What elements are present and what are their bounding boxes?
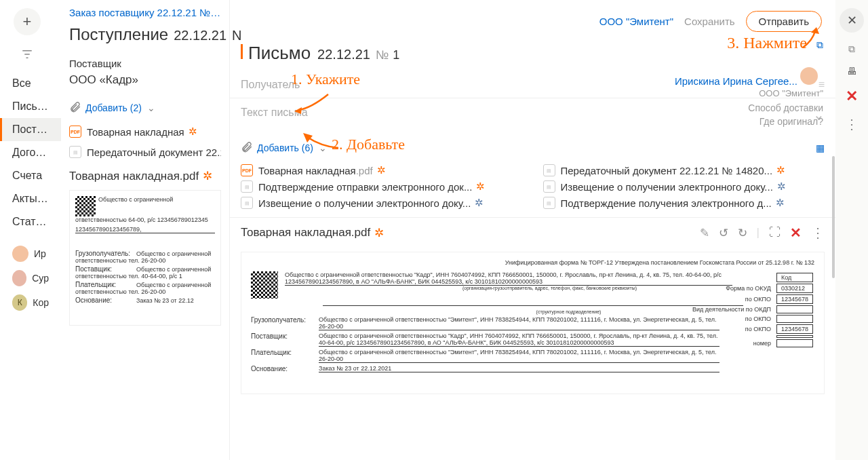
avatar: К bbox=[12, 294, 27, 311]
supplier-label: Поставщик bbox=[69, 58, 221, 69]
delivery-method-link[interactable]: Способ доставки bbox=[654, 102, 823, 113]
signature-icon: ✲ bbox=[776, 197, 785, 209]
letter-title: Письмо bbox=[248, 43, 311, 64]
more-icon[interactable]: ⋮ bbox=[811, 225, 825, 241]
nav-incoming[interactable]: Поступл bbox=[0, 118, 61, 141]
signature-icon: ✲ bbox=[776, 164, 785, 176]
print-icon[interactable]: 🖶 bbox=[847, 66, 856, 77]
page-title: Поступление bbox=[69, 25, 168, 44]
qr-icon bbox=[251, 271, 278, 299]
user-item[interactable]: ККор bbox=[0, 290, 61, 315]
redo-icon[interactable]: ↻ bbox=[738, 226, 747, 240]
undo-icon[interactable]: ↺ bbox=[719, 226, 728, 240]
copy-icon[interactable]: ⧉ bbox=[848, 43, 855, 55]
signature-icon: ✲ bbox=[203, 169, 212, 183]
preview-title: Товарная накладная.pdf✲ bbox=[61, 162, 229, 190]
edit-icon[interactable]: ✎ bbox=[700, 226, 709, 240]
signature-icon: ✲ bbox=[377, 164, 386, 176]
file-row[interactable]: ▤ Передаточный документ 22.12.21 bbox=[69, 142, 221, 162]
nav-all[interactable]: Все bbox=[0, 72, 61, 95]
more-icon[interactable]: ⋮ bbox=[845, 116, 859, 132]
breadcrumb[interactable]: Заказ поставщику 22.12.21 №23 bbox=[61, 0, 229, 21]
user-list: Ир Сур ККор bbox=[0, 242, 61, 315]
user-item[interactable]: Ир bbox=[0, 242, 61, 266]
nav-stats[interactable]: Статист bbox=[0, 210, 61, 233]
close-icon[interactable]: ✕ bbox=[790, 225, 802, 241]
signature-icon: ✲ bbox=[374, 226, 384, 240]
letter-no-label: № bbox=[376, 48, 389, 62]
svg-marker-1 bbox=[303, 133, 313, 142]
avatar bbox=[12, 246, 28, 262]
nav-list: Все Письма Поступл Договор Счета Акты св… bbox=[0, 72, 61, 233]
svg-marker-2 bbox=[811, 27, 819, 34]
signature-icon: ✲ bbox=[189, 126, 197, 138]
chevron-down-icon[interactable]: ⌄ bbox=[147, 102, 155, 113]
doc-icon: ▤ bbox=[69, 146, 81, 158]
doc-icon: ▤ bbox=[241, 197, 253, 209]
preview-title: Товарная накладная.pdf bbox=[241, 226, 370, 239]
arrow-icon bbox=[797, 24, 825, 52]
user-item[interactable]: Сур bbox=[0, 266, 61, 290]
file-grid: PDFТоварная накладная.pdf✲ ▤Передаточный… bbox=[230, 161, 835, 217]
supplier-value: ООО «Кадр» bbox=[69, 73, 221, 87]
sender-box: ⧉ Ирискина Ирина Сергее... ООО "Эмитент"… bbox=[654, 41, 823, 127]
grid-view-icon[interactable]: ▦ bbox=[816, 142, 825, 153]
arrow-icon bbox=[298, 128, 345, 155]
paperclip-icon bbox=[241, 140, 253, 155]
file-row[interactable]: ▤Подтверждение отправки электронного док… bbox=[241, 180, 523, 193]
file-row[interactable]: PDF Товарная накладная ✲ bbox=[69, 121, 221, 142]
nav-acts[interactable]: Акты св bbox=[0, 187, 61, 210]
topbar: ООО "Эмитент" Сохранить Отправить bbox=[230, 0, 835, 43]
nav-letters[interactable]: Письма bbox=[0, 95, 61, 118]
file-row[interactable]: ▤Извещение о получении электронного доку… bbox=[543, 180, 825, 193]
accent-bar bbox=[241, 44, 243, 59]
file-list: PDF Товарная накладная ✲ ▤ Передаточный … bbox=[61, 121, 229, 162]
sender-name[interactable]: Ирискина Ирина Сергее... bbox=[654, 67, 823, 87]
nav-invoices[interactable]: Счета bbox=[0, 164, 61, 187]
doc-icon: ▤ bbox=[543, 197, 555, 209]
save-button[interactable]: Сохранить bbox=[684, 16, 735, 27]
doc-icon: ▤ bbox=[543, 164, 555, 176]
svg-marker-0 bbox=[294, 107, 302, 114]
signature-icon: ✲ bbox=[475, 197, 484, 209]
scrollbar[interactable] bbox=[831, 0, 835, 460]
file-row[interactable]: ▤Извещение о получении электронного доку… bbox=[241, 197, 523, 209]
file-row[interactable]: ▤Передаточный документ 22.12.21 № 14820.… bbox=[543, 164, 825, 176]
add-file-button[interactable]: Добавить (2) ⌄ bbox=[61, 94, 229, 121]
document-view[interactable]: Унифицированная форма № ТОРГ-12 Утвержде… bbox=[241, 252, 825, 394]
left-sidebar: + Все Письма Поступл Договор Счета Акты … bbox=[0, 0, 61, 460]
original-link[interactable]: Где оригинал? bbox=[654, 116, 823, 127]
letter-date: 22.12.21 bbox=[317, 47, 370, 62]
pdf-icon: PDF bbox=[241, 164, 253, 176]
arrow-icon bbox=[291, 91, 332, 118]
sender-org: ООО "Эмитент" bbox=[654, 88, 823, 98]
file-row[interactable]: PDFТоварная накладная.pdf✲ bbox=[241, 164, 523, 176]
signature-icon: ✲ bbox=[476, 180, 485, 193]
new-button[interactable]: + bbox=[14, 8, 41, 35]
main-panel: ООО "Эмитент" Сохранить Отправить Письмо… bbox=[229, 0, 835, 460]
filter-icon[interactable] bbox=[14, 41, 41, 68]
pdf-icon: PDF bbox=[69, 126, 81, 138]
letter-no: 1 bbox=[393, 48, 399, 62]
doc-icon: ▤ bbox=[543, 180, 555, 193]
close-button[interactable]: ✕ bbox=[840, 8, 864, 33]
page-date: 22.12.21 bbox=[174, 28, 226, 43]
signature-icon: ✲ bbox=[777, 180, 786, 193]
middle-panel: Заказ поставщику 22.12.21 №23 Поступлени… bbox=[61, 0, 229, 460]
doc-icon: ▤ bbox=[241, 180, 253, 193]
qr-icon bbox=[75, 196, 96, 216]
paperclip-icon bbox=[69, 100, 81, 115]
delete-icon[interactable]: ✕ bbox=[846, 88, 858, 105]
avatar bbox=[800, 67, 818, 85]
fullscreen-icon[interactable]: ⛶ bbox=[769, 226, 781, 239]
avatar bbox=[12, 270, 26, 286]
preview-bar: Товарная накладная.pdf ✲ ✎ ↺ ↻ | ⛶ ✕ ⋮ bbox=[230, 217, 835, 248]
nav-contracts[interactable]: Договор bbox=[0, 141, 61, 164]
document-preview[interactable]: Общество с ограниченной ответственностью… bbox=[69, 190, 221, 326]
org-link[interactable]: ООО "Эмитент" bbox=[599, 16, 673, 27]
file-row[interactable]: ▤Подтверждение получения электронного д.… bbox=[543, 197, 825, 209]
right-toolbar: ✕ ⧉ 🖶 ✕ ⋮ bbox=[835, 0, 868, 460]
